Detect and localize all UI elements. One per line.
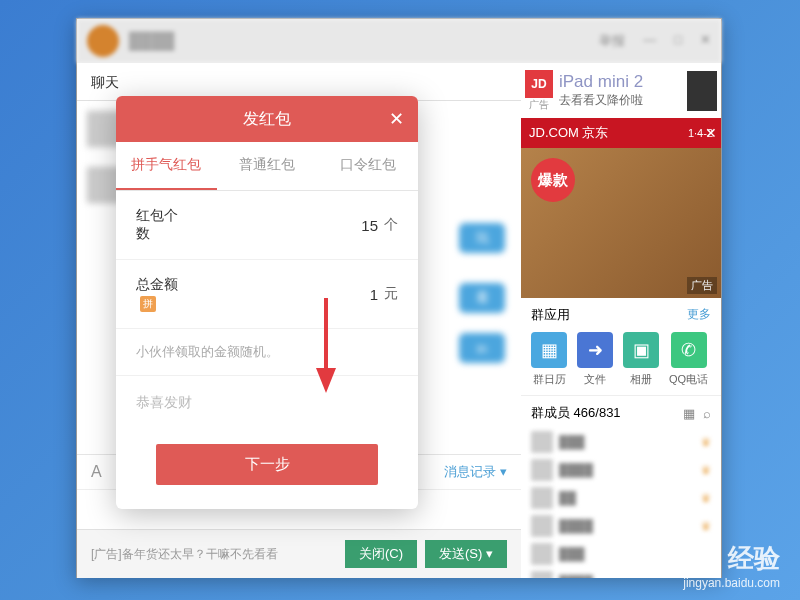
count-label: 红包个数 — [136, 207, 188, 243]
close-button[interactable]: ✕ — [700, 32, 711, 50]
amount-label: 总金额拼 — [136, 276, 188, 312]
files-icon: ➜ — [577, 332, 613, 368]
red-envelope-modal: 发红包 ✕ 拼手气红包 普通红包 口令红包 红包个数 个 总金额拼 元 小伙伴领… — [116, 96, 418, 509]
amount-unit: 元 — [384, 285, 398, 303]
tab-normal[interactable]: 普通红包 — [217, 142, 318, 190]
apps-title: 群应用 — [531, 306, 570, 324]
crown-icon: ♛ — [701, 464, 711, 477]
report-link[interactable]: 举报 — [599, 32, 625, 50]
side-panel: JD 广告 iPad mini 2 去看看又降价啦 JD.COM 京东 1·4-… — [521, 63, 721, 578]
ipad-image — [687, 71, 717, 111]
apps-grid: ▦群日历 ➜文件 ▣相册 ✆QQ电话 — [531, 332, 711, 387]
app-qqcall[interactable]: ✆QQ电话 — [669, 332, 708, 387]
food-ad-image[interactable]: 爆款 广告 — [521, 148, 721, 298]
maximize-button[interactable]: □ — [674, 32, 682, 50]
members-count: 群成员 466/831 — [531, 404, 621, 422]
count-input[interactable] — [188, 217, 378, 234]
ad-close-icon[interactable]: ✕ — [705, 125, 717, 141]
tab-lucky[interactable]: 拼手气红包 — [116, 142, 217, 190]
jd-banner[interactable]: JD.COM 京东 1·4-2 ✕ — [521, 118, 721, 148]
app-files[interactable]: ➜文件 — [577, 332, 613, 387]
font-icon[interactable]: A — [91, 463, 102, 481]
calendar-icon: ▦ — [531, 332, 567, 368]
chat-tab[interactable]: 聊天 — [91, 74, 119, 90]
watermark-url: jingyan.baidu.com — [649, 576, 780, 590]
members-grid-icon[interactable]: ▦ — [683, 406, 695, 421]
crown-icon: ♛ — [701, 436, 711, 449]
close-chat-button[interactable]: 关闭(C) — [345, 540, 417, 568]
ad-label: 广告 — [687, 277, 717, 294]
app-album[interactable]: ▣相册 — [623, 332, 659, 387]
bottom-ad-text[interactable]: [广告]备年货还太早？干嘛不先看看 — [91, 546, 345, 563]
tab-password[interactable]: 口令红包 — [317, 142, 418, 190]
album-icon: ▣ — [623, 332, 659, 368]
next-step-button[interactable]: 下一步 — [156, 444, 378, 485]
watermark-logo: Baidu 经验 — [649, 541, 780, 576]
member-row[interactable]: ████♛ — [531, 456, 711, 484]
count-unit: 个 — [384, 216, 398, 234]
phone-icon: ✆ — [671, 332, 707, 368]
group-avatar[interactable] — [87, 25, 119, 57]
crown-icon: ♛ — [701, 492, 711, 505]
ipad-title: iPad mini 2 — [559, 72, 643, 92]
random-note: 小伙伴领取的金额随机。 — [116, 329, 418, 376]
watermark: Baidu 经验 jingyan.baidu.com — [649, 541, 780, 590]
member-row[interactable]: ████♛ — [531, 512, 711, 540]
modal-title: 发红包 — [243, 109, 291, 130]
amount-input[interactable] — [188, 286, 378, 303]
ipad-subtitle: 去看看又降价啦 — [559, 92, 643, 109]
apps-more-link[interactable]: 更多 — [687, 306, 711, 324]
minimize-button[interactable]: — — [643, 32, 656, 50]
members-search-icon[interactable]: ⌕ — [703, 406, 711, 421]
lucky-badge: 拼 — [140, 296, 156, 312]
message-history[interactable]: 消息记录 ▾ — [444, 463, 507, 481]
modal-close-icon[interactable]: ✕ — [389, 108, 404, 130]
send-button[interactable]: 发送(S) ▾ — [425, 540, 507, 568]
titlebar: ████ 举报 — □ ✕ — [77, 19, 721, 63]
wish-input[interactable]: 恭喜发财 — [116, 376, 418, 430]
hot-badge: 爆款 — [531, 158, 575, 202]
ipad-ad[interactable]: JD 广告 iPad mini 2 去看看又降价啦 — [521, 63, 721, 118]
jd-logo-icon: JD — [525, 70, 553, 98]
group-title: ████ — [129, 32, 599, 50]
member-row[interactable]: ██♛ — [531, 484, 711, 512]
member-row[interactable]: ███♛ — [531, 428, 711, 456]
modal-header: 发红包 ✕ — [116, 96, 418, 142]
app-calendar[interactable]: ▦群日历 — [531, 332, 567, 387]
crown-icon: ♛ — [701, 520, 711, 533]
